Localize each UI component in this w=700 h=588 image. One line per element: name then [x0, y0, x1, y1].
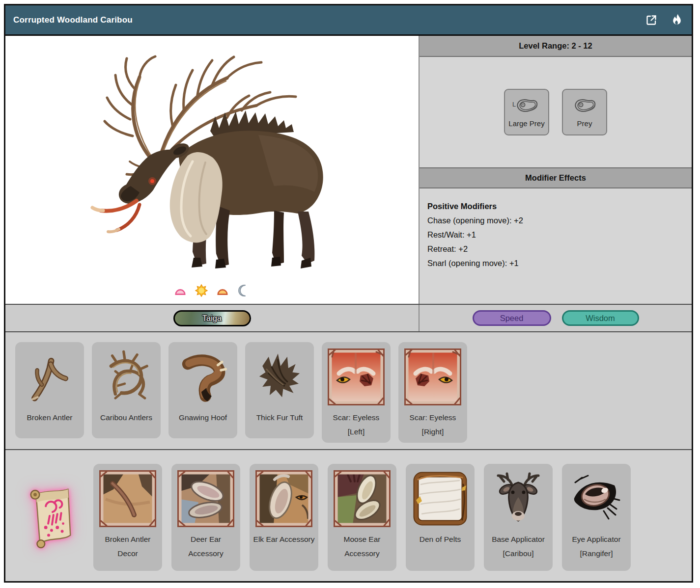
craft-label: Den of Pelts — [420, 532, 461, 546]
modifier-list: Positive Modifiers Chase (opening move):… — [420, 188, 692, 304]
stat-button-wisdom[interactable]: Wisdom — [562, 310, 639, 326]
info-panel: Level Range: 2 - 12 L Large Prey — [420, 36, 692, 304]
page-title: Corrupted Woodland Caribou — [13, 15, 133, 25]
encounter-image-panel — [5, 36, 419, 304]
prey-button[interactable]: Prey — [562, 89, 607, 135]
crafting-row: Broken Antler Decor — [5, 449, 692, 581]
drop-label: Scar: Eyeless [Right] — [401, 410, 465, 439]
biome-button-taiga[interactable]: Taiga — [173, 310, 251, 326]
external-link-icon[interactable] — [644, 13, 658, 27]
drop-label: Scar: Eyeless [Left] — [324, 410, 388, 439]
drops-row: Broken Antler Ca — [5, 331, 692, 449]
den-of-pelts-icon — [410, 469, 470, 529]
level-range-header: Level Range: 2 - 12 — [420, 36, 692, 57]
prey-button-label: Large Prey — [508, 119, 544, 128]
modifier-line: Snarl (opening move): +1 — [427, 256, 684, 270]
elk-ear-accessory-icon — [254, 469, 314, 529]
flame-icon[interactable] — [670, 13, 684, 27]
craft-label: Broken Antler Decor — [96, 532, 160, 561]
craft-card-deer-ear-accessory[interactable]: Deer Ear Accessory — [171, 464, 240, 571]
craft-label: Base Applicator [Caribou] — [486, 532, 550, 561]
drop-label: Caribou Antlers — [100, 410, 152, 425]
biome-strip: Taiga — [5, 305, 419, 331]
day-icon — [195, 284, 208, 297]
drop-card-scar-eyeless-left[interactable]: Scar: Eyeless [Left] — [322, 342, 391, 443]
large-prey-button[interactable]: L Large Prey — [504, 89, 549, 135]
encounter-window: Corrupted Woodland Caribou — [4, 4, 693, 583]
craft-card-elk-ear-accessory[interactable]: Elk Ear Accessory — [250, 464, 318, 571]
titlebar: Corrupted Woodland Caribou — [5, 5, 692, 36]
drop-label: Broken Antler — [27, 410, 72, 425]
thick-fur-tuft-icon — [250, 347, 309, 407]
scar-eyeless-right-icon — [403, 347, 463, 407]
craft-label: Eye Applicator [Rangifer] — [564, 532, 628, 561]
craft-label: Elk Ear Accessory — [253, 532, 315, 546]
drop-label: Gnawing Hoof — [179, 410, 227, 425]
recipe-scroll-icon[interactable] — [15, 464, 84, 571]
drop-card-thick-fur-tuft[interactable]: Thick Fur Tuft — [245, 342, 314, 438]
steak-icon — [515, 97, 538, 118]
broken-antler-decor-icon — [98, 469, 158, 529]
modifier-effects-header: Modifier Effects — [420, 167, 692, 188]
steak-icon — [573, 97, 596, 118]
dusk-icon — [216, 284, 229, 297]
craft-label: Moose Ear Accessory — [330, 532, 394, 561]
craft-label: Deer Ear Accessory — [174, 532, 238, 561]
drop-card-scar-eyeless-right[interactable]: Scar: Eyeless [Right] — [398, 342, 467, 443]
stat-button-speed[interactable]: Speed — [473, 310, 551, 326]
scar-eyeless-left-icon — [326, 347, 386, 407]
corrupted-woodland-caribou-art — [52, 39, 376, 286]
eye-applicator-rangifer-icon — [566, 469, 626, 529]
night-icon — [237, 284, 250, 297]
base-applicator-caribou-icon — [488, 469, 548, 529]
stat-label: Speed — [500, 314, 524, 323]
modifier-line: Retreat: +2 — [427, 242, 684, 256]
broken-antler-icon — [20, 347, 80, 407]
craft-card-eye-applicator-rangifer[interactable]: Eye Applicator [Rangifer] — [562, 464, 631, 571]
craft-card-den-of-pelts[interactable]: Den of Pelts — [406, 464, 475, 571]
moose-ear-accessory-icon — [332, 469, 392, 529]
stat-strip: Speed Wisdom — [420, 305, 692, 331]
craft-card-broken-antler-decor[interactable]: Broken Antler Decor — [93, 464, 162, 571]
large-badge: L — [512, 101, 516, 108]
time-of-day-row — [5, 284, 419, 297]
modifier-line: Rest/Wait: +1 — [427, 228, 684, 242]
stat-label: Wisdom — [586, 314, 615, 323]
biome-label: Taiga — [202, 314, 222, 323]
dawn-icon — [174, 284, 187, 297]
craft-card-moose-ear-accessory[interactable]: Moose Ear Accessory — [328, 464, 396, 571]
prey-area: L Large Prey — [420, 57, 692, 167]
prey-button-label: Prey — [577, 119, 592, 128]
modifier-line: Chase (opening move): +2 — [427, 214, 684, 228]
drop-card-caribou-antlers[interactable]: Caribou Antlers — [92, 342, 161, 438]
positive-modifiers-title: Positive Modifiers — [427, 199, 684, 214]
craft-card-base-applicator-caribou[interactable]: Base Applicator [Caribou] — [484, 464, 553, 571]
drop-label: Thick Fur Tuft — [256, 410, 303, 425]
gnawing-hoof-icon — [173, 347, 233, 407]
deer-ear-accessory-icon — [176, 469, 236, 529]
caribou-antlers-icon — [96, 347, 156, 407]
drop-card-gnawing-hoof[interactable]: Gnawing Hoof — [168, 342, 237, 438]
drop-card-broken-antler[interactable]: Broken Antler — [15, 342, 84, 438]
